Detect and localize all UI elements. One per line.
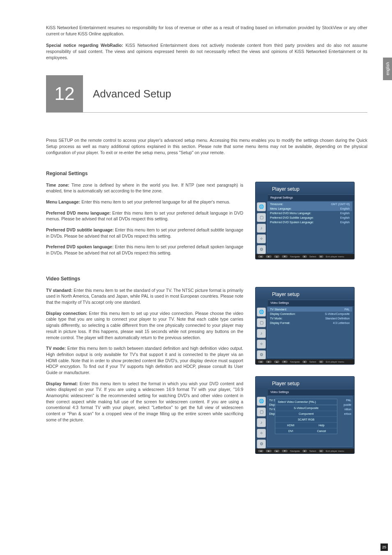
behind-vals: PAL posite nition erbox xyxy=(344,398,351,416)
audio-icon: ♪ xyxy=(257,224,266,233)
kv-val: PAL xyxy=(344,308,350,311)
nav-pill: ◄ xyxy=(258,450,263,452)
foot-label: Navigate xyxy=(290,450,300,452)
para-tv-standard: TV standard: Enter this menu item to set… xyxy=(46,287,243,305)
foot-label: Exit player menu xyxy=(326,361,344,363)
para-tv-mode: TV mode: Enter this menu item to switch … xyxy=(46,345,243,375)
text: posite xyxy=(344,402,351,407)
kv-key: Preferred DVD Menu Language: xyxy=(270,212,311,215)
audio-icon: ♪ xyxy=(257,329,266,338)
shot-content: TV Standard:PAL Display Connection:S-Vid… xyxy=(267,307,353,358)
select-pill: ● xyxy=(302,255,307,258)
popup-item: S-Video/Composite xyxy=(275,405,337,411)
kv-val: 4:3 Letterbox xyxy=(333,321,350,324)
para-dvd-spoken-lang: Preferred DVD spoken language: Enter thi… xyxy=(46,244,243,256)
bold-label: Menu Language: xyxy=(46,199,80,204)
regional-shot-col: Player setup Regional Settings 🌐 ▢ ♪ ✧ ⚙… xyxy=(256,182,354,259)
nav-pill: ► xyxy=(266,361,271,363)
foot-label: Select xyxy=(309,255,316,258)
kv-key: Preferred DVD Subtitle Language: xyxy=(270,216,314,219)
kv-row: Preferred DVD Spoken Language:English xyxy=(267,220,352,224)
nav-pill: ◄ xyxy=(258,361,263,363)
misc-icon: ⚙ xyxy=(257,439,266,449)
shot-title: Player setup xyxy=(256,287,354,300)
language-tab: english xyxy=(383,58,392,80)
shot-subtitle: Video Settings xyxy=(268,389,354,395)
exit-pill: ● xyxy=(319,361,323,363)
kv-row: Display Connection:S-Video/Composite xyxy=(267,312,352,316)
network-icon: ✧ xyxy=(257,234,266,243)
nav-pill: ► xyxy=(266,450,271,452)
bold-label: Time zone: xyxy=(46,183,69,187)
exit-pill: ● xyxy=(319,450,323,452)
bold-label: Preferred DVD menu language: xyxy=(46,210,111,215)
chapter-number: 12 xyxy=(46,75,83,112)
globe-icon: 🌐 xyxy=(257,202,266,211)
nav-pill: ◄ xyxy=(258,255,263,258)
page: english KiSS Networked Entertainment res… xyxy=(0,0,392,555)
popup-row: HDMI Help xyxy=(275,422,337,428)
kv-val: English xyxy=(340,207,350,210)
text: Enter this menu item to set the standard… xyxy=(46,288,243,305)
globe-icon: 🌐 xyxy=(257,308,266,317)
nav-pill: ► xyxy=(266,255,271,258)
shot-content: Timezone:GMT (GMT+0) Menu Language:Engli… xyxy=(267,201,353,252)
shot-body: 🌐 ▢ ♪ ✧ ⚙ Timezone:GMT (GMT+0) Menu Lang… xyxy=(256,201,354,254)
popup-title: Select Video Connector (PAL) xyxy=(275,399,337,405)
kv-key: TV Mode: xyxy=(270,317,282,320)
foot-label: Select xyxy=(309,361,316,363)
para-display-connection: Display connection: Enter this menu item… xyxy=(46,310,243,340)
video-text-col: TV standard: Enter this menu item to set… xyxy=(46,287,243,428)
kv-key: Display Format: xyxy=(270,321,290,324)
nav-pill: ▼ xyxy=(282,255,287,258)
foot-label: Navigate xyxy=(290,361,300,363)
nav-pill: ▲ xyxy=(274,361,279,363)
screenshot-video-popup: Player setup Video Settings 🌐 ▢ ♪ ✧ ⚙ TV… xyxy=(256,377,354,453)
popup-item: DVI xyxy=(275,428,306,434)
foot-label: Exit player menu xyxy=(326,255,344,258)
kv-row: Preferred DVD Menu Language:English xyxy=(267,211,352,215)
text: Enter this menu item to select the forma… xyxy=(46,381,243,422)
text: Time zone is defined by where in the wor… xyxy=(46,183,243,194)
kv-key: Menu Language: xyxy=(270,207,292,210)
section-heading-video: Video Settings xyxy=(46,276,367,282)
shot-title: Player setup xyxy=(256,182,354,194)
kv-val: English xyxy=(340,216,350,219)
kv-val: Standard Definition xyxy=(325,317,350,320)
shot-footer: ◄►▲▼Navigate ●Select ●Exit player menu xyxy=(256,359,354,364)
globe-icon: 🌐 xyxy=(257,397,266,406)
kv-val: GMT (GMT+0) xyxy=(331,203,350,206)
exit-pill: ● xyxy=(319,255,323,258)
kv-row: Preferred DVD Subtitle Language:English xyxy=(267,215,352,220)
foot-label: Navigate xyxy=(290,255,300,258)
para-dvd-menu-lang: Preferred DVD menu language: Enter this … xyxy=(46,210,243,222)
kv-key: Preferred DVD Spoken Language: xyxy=(270,221,314,224)
tv-icon: ▢ xyxy=(257,407,266,416)
shot-footer: ◄►▲▼Navigate ●Select ●Exit player menu xyxy=(256,449,354,453)
tv-icon: ▢ xyxy=(257,213,266,222)
video-row: TV standard: Enter this menu item to set… xyxy=(46,287,367,453)
popup-item: SCART RGB xyxy=(275,416,337,422)
intro-paragraph: Press SETUP on the remote control to acc… xyxy=(46,137,367,155)
select-pill: ● xyxy=(302,361,307,363)
chapter-title: Advanced Setup xyxy=(93,88,171,100)
shot-subtitle: Regional Settings xyxy=(268,194,354,201)
shot-subtitle: Video Settings xyxy=(268,300,354,306)
shot-body: 🌐 ▢ ♪ ✧ ⚙ TV Standard:PAL Display Connec… xyxy=(256,306,354,359)
kv-row: Timezone:GMT (GMT+0) xyxy=(267,202,352,206)
shot-body: 🌐 ▢ ♪ ✧ ⚙ TV Standard: Displa TV Mo Disp… xyxy=(256,395,354,449)
kv-key: Display Connection: xyxy=(270,312,295,315)
kv-val: English xyxy=(340,221,350,224)
regional-text-col: Time zone: Time zone is defined by where… xyxy=(46,182,243,261)
popup-item: Component xyxy=(275,411,337,416)
shot-sidebar: 🌐 ▢ ♪ ✧ ⚙ xyxy=(256,201,267,254)
bold-label: Preferred DVD spoken language: xyxy=(46,244,113,249)
para-dvd-subtitle-lang: Preferred DVD subtitle language: Enter t… xyxy=(46,227,243,239)
text: erbox xyxy=(344,412,351,416)
shot-title: Player setup xyxy=(256,377,354,389)
nav-pill: ▲ xyxy=(274,255,279,258)
nav-pill: ▼ xyxy=(282,450,287,452)
video-shot-col: Player setup Video Settings 🌐 ▢ ♪ ✧ ⚙ TV… xyxy=(256,287,354,453)
shot-footer: ◄►▲▼Navigate ●Select ●Exit player menu xyxy=(256,254,354,259)
disclaimer-webradio: Special notice regarding WebRadio: KiSS … xyxy=(46,42,367,60)
